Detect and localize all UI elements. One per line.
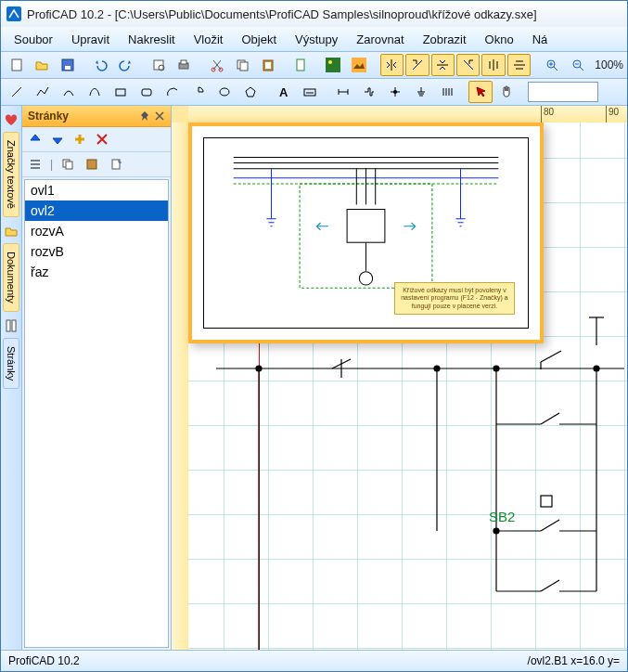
window-title: ProfiCAD 10.2 - [C:\Users\Public\Documen… [27, 7, 537, 21]
zoom-level[interactable]: 100% [595, 58, 623, 71]
move-up-button[interactable] [26, 130, 45, 149]
svg-line-54 [541, 580, 559, 591]
new-page-button[interactable] [107, 155, 125, 174]
rect-tool[interactable] [109, 81, 133, 103]
paste-page-button[interactable] [83, 155, 101, 174]
svg-point-16 [328, 60, 332, 64]
image2-button[interactable] [347, 54, 370, 76]
wire-tool[interactable] [357, 81, 381, 103]
menu-nakreslit[interactable]: Nakreslit [119, 29, 185, 50]
bezier-tool[interactable] [83, 81, 107, 103]
close-icon[interactable] [154, 110, 165, 122]
vtab-dokumenty[interactable]: Dokumenty [3, 243, 19, 312]
pages-list[interactable]: ovl1 ovl2 rozvA rozvB řaz [24, 179, 169, 648]
delete-page-button[interactable] [93, 130, 111, 149]
pie-tool[interactable] [186, 81, 211, 103]
new-button[interactable] [5, 54, 28, 76]
zoom-out-button[interactable] [566, 54, 589, 76]
menu-upravit[interactable]: Upravit [62, 29, 119, 50]
cut-button[interactable] [205, 54, 228, 76]
add-page-button[interactable] [70, 130, 89, 149]
save-button[interactable] [56, 54, 79, 76]
folder-icon[interactable] [4, 224, 19, 239]
pages-icon[interactable] [4, 318, 19, 333]
ruler-horizontal: 80 90 [188, 106, 627, 123]
svg-rect-21 [142, 89, 151, 96]
flip-h-button[interactable] [380, 54, 404, 76]
open-button[interactable] [30, 54, 53, 76]
move-down-button[interactable] [48, 130, 67, 149]
select-tool[interactable] [468, 81, 493, 103]
status-right: /ovl2.B1 x=16.0 y= [528, 654, 620, 667]
text-tool[interactable]: A [272, 81, 296, 103]
print-button[interactable] [173, 54, 196, 76]
zoom-in-button[interactable] [540, 54, 563, 76]
vtab-znacky[interactable]: Značky textově [3, 132, 19, 217]
pin-icon[interactable] [139, 110, 150, 122]
svg-rect-3 [65, 66, 70, 70]
roundrect-tool[interactable] [135, 81, 159, 103]
drawing-canvas[interactable]: SB2 [188, 123, 627, 650]
undo-button[interactable] [88, 54, 111, 76]
menubar: Soubor Upravit Nakreslit Vložit Objekt V… [1, 27, 627, 52]
list-item[interactable]: ovl1 [25, 180, 168, 200]
coord-input[interactable] [528, 82, 598, 102]
polyline-tool[interactable] [31, 81, 55, 103]
list-item[interactable]: rozvA [25, 221, 168, 241]
app-window: ProfiCAD 10.2 - [C:\Users\Public\Documen… [0, 0, 628, 672]
list-item[interactable]: ovl2 [25, 200, 168, 221]
ruler-tick: 90 [606, 106, 619, 123]
ground-tool[interactable] [409, 81, 433, 103]
menu-vlozit[interactable]: Vložit [185, 29, 233, 50]
list-item[interactable]: řaz [25, 262, 168, 282]
ruler-vertical [172, 123, 189, 650]
menu-objekt[interactable]: Objekt [232, 29, 286, 50]
svg-rect-30 [87, 160, 96, 169]
pan-tool[interactable] [494, 81, 519, 103]
menu-zarovnat[interactable]: Zarovnat [347, 29, 413, 50]
dimension-tool[interactable] [331, 81, 355, 103]
copy-page-button[interactable] [58, 155, 77, 174]
menu-zobrazit[interactable]: Zobrazit [414, 29, 476, 50]
vtab-stranky[interactable]: Stránky [3, 338, 19, 389]
svg-rect-20 [116, 89, 125, 96]
rotate-left-button[interactable] [405, 54, 429, 76]
svg-rect-1 [12, 59, 21, 71]
pages-panel: Stránky | ovl1 ovl2 [22, 106, 172, 650]
panel-title: Stránky [22, 106, 171, 127]
list-item[interactable]: rozvB [25, 241, 168, 262]
curve-tool[interactable] [57, 81, 81, 103]
menu-okno[interactable]: Okno [476, 29, 523, 50]
print-preview-button[interactable] [147, 54, 170, 76]
svg-point-25 [393, 90, 397, 94]
svg-rect-26 [6, 320, 10, 331]
line-tool[interactable] [5, 81, 29, 103]
page-button[interactable] [288, 54, 312, 76]
mirror-v-button[interactable] [507, 54, 531, 76]
component-label-sb2: SB2 [489, 509, 515, 524]
svg-rect-52 [541, 496, 552, 507]
junction-tool[interactable] [383, 81, 407, 103]
menu-soubor[interactable]: Soubor [5, 29, 62, 50]
label-tool[interactable] [298, 81, 322, 103]
bus-tool[interactable] [435, 81, 459, 103]
flip-v-button[interactable] [431, 54, 455, 76]
ellipse-tool[interactable] [212, 81, 237, 103]
svg-rect-29 [66, 162, 72, 169]
list-view-button[interactable] [26, 155, 45, 174]
copy-button[interactable] [231, 54, 254, 76]
arc-tool[interactable] [160, 81, 185, 103]
rotate-right-button[interactable] [456, 54, 480, 76]
canvas-area: 80 90 [172, 106, 627, 650]
heart-icon[interactable] [4, 112, 19, 127]
paste-button[interactable] [256, 54, 279, 76]
preview-note: Křížové odkazy musí být povoleny v nasta… [394, 282, 515, 315]
menu-vystupy[interactable]: Výstupy [286, 29, 347, 50]
redo-button[interactable] [114, 54, 137, 76]
svg-line-43 [541, 351, 561, 362]
menu-more[interactable]: Ná [523, 29, 558, 50]
svg-rect-71 [347, 210, 385, 243]
polygon-tool[interactable] [238, 81, 263, 103]
mirror-h-button[interactable] [481, 54, 505, 76]
image1-button[interactable] [322, 54, 345, 76]
